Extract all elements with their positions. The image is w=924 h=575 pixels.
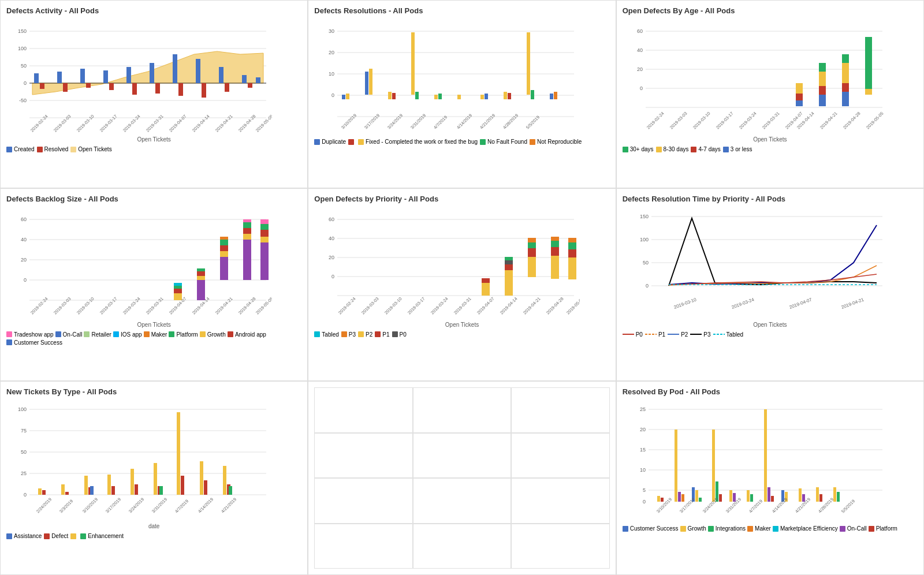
panel-title-new-tickets-type: New Tickets By Type - All Pods: [6, 387, 301, 396]
svg-rect-141: [260, 242, 269, 280]
legend-age: 30+ days 8-30 days 4-7 days 3 or less: [623, 146, 918, 152]
svg-text:2019-03-24: 2019-03-24: [430, 296, 449, 315]
svg-text:-50: -50: [19, 98, 27, 103]
svg-rect-29: [178, 83, 183, 96]
svg-text:5: 5: [643, 487, 646, 493]
svg-rect-18: [173, 54, 177, 83]
svg-rect-71: [554, 92, 557, 99]
svg-text:2019-05-05: 2019-05-05: [255, 296, 272, 315]
svg-rect-173: [528, 248, 536, 257]
chart-defects-resolutions: 30 20 10 0: [314, 20, 609, 135]
svg-text:3/24/2019: 3/24/2019: [702, 497, 719, 514]
chart-new-tickets-type: 100 75 50 25 0: [6, 401, 301, 522]
svg-text:2/24/2019: 2/24/2019: [35, 497, 53, 514]
svg-text:0: 0: [331, 274, 334, 279]
svg-rect-59: [411, 32, 415, 95]
chart-resolved-by-pod: 25 20 15 10 5 0: [623, 401, 918, 522]
svg-rect-140: [243, 219, 251, 222]
svg-rect-178: [551, 241, 559, 247]
legend-resolution-time: P0 P1 P2 P3 Tabled: [623, 331, 918, 338]
svg-text:40: 40: [329, 236, 334, 241]
panel-title-defects-backlog: Defects Backlog Size - All Pods: [6, 195, 301, 203]
svg-rect-142: [260, 237, 269, 242]
svg-text:40: 40: [637, 47, 643, 53]
svg-rect-222: [38, 488, 42, 495]
svg-rect-137: [243, 234, 251, 240]
svg-rect-94: [819, 86, 826, 95]
x-axis-label-age: Open Tickets: [623, 136, 918, 143]
svg-rect-127: [197, 280, 205, 300]
svg-rect-91: [796, 94, 803, 100]
svg-rect-269: [695, 490, 698, 502]
svg-text:2019-03-03: 2019-03-03: [360, 296, 379, 315]
svg-rect-30: [202, 83, 206, 98]
svg-text:50: 50: [643, 260, 649, 266]
svg-rect-145: [260, 219, 269, 224]
svg-text:10: 10: [640, 467, 646, 473]
svg-rect-20: [219, 67, 223, 83]
svg-rect-238: [200, 461, 203, 495]
svg-rect-231: [131, 469, 134, 495]
svg-text:3/10/2019: 3/10/2019: [81, 497, 99, 514]
svg-rect-285: [816, 487, 819, 502]
x-axis-label-resolution-time: Open Tickets: [623, 322, 918, 328]
svg-rect-54: [346, 94, 349, 99]
svg-rect-23: [40, 83, 44, 89]
svg-text:50: 50: [21, 63, 27, 69]
svg-rect-22: [256, 77, 260, 83]
svg-rect-136: [243, 240, 251, 280]
panel-defects-resolutions: Defects Resolutions - All Pods 30 20 10 …: [308, 0, 616, 188]
svg-text:2019-02-24: 2019-02-24: [646, 111, 665, 130]
svg-rect-138: [243, 228, 251, 234]
svg-text:150: 150: [640, 214, 649, 219]
svg-text:2019-03-10: 2019-03-10: [383, 296, 403, 315]
svg-text:2019-04-21: 2019-04-21: [522, 296, 541, 315]
svg-text:60: 60: [329, 216, 334, 222]
svg-rect-58: [392, 93, 396, 99]
svg-rect-27: [132, 83, 137, 95]
svg-rect-277: [750, 494, 753, 502]
svg-text:2019-04-07: 2019-04-07: [788, 297, 813, 310]
svg-text:60: 60: [21, 216, 27, 222]
svg-text:5/5/2019: 5/5/2019: [840, 499, 856, 514]
svg-text:2019-03-17: 2019-03-17: [99, 296, 118, 315]
svg-rect-172: [528, 257, 536, 277]
svg-new-tickets-type: 100 75 50 25 0: [6, 401, 272, 522]
svg-text:2019-02-24: 2019-02-24: [29, 296, 49, 315]
svg-defects-resolution-time: 150 100 50 0 2019-03-10 2019-03-24 2019-…: [623, 208, 888, 320]
svg-rect-143: [260, 230, 269, 237]
svg-rect-279: [767, 487, 770, 502]
svg-text:3/17/2019: 3/17/2019: [105, 497, 122, 514]
svg-text:2019-05-05: 2019-05-05: [865, 111, 884, 130]
svg-rect-288: [837, 492, 840, 502]
svg-text:100: 100: [18, 406, 27, 412]
svg-text:2019-03-03: 2019-03-03: [669, 111, 688, 130]
svg-rect-179: [551, 237, 559, 241]
svg-text:2019-03-24: 2019-03-24: [122, 114, 141, 133]
svg-text:2019-04-21: 2019-04-21: [840, 297, 865, 310]
svg-text:2019-03-31: 2019-03-31: [145, 296, 164, 315]
svg-rect-235: [159, 486, 163, 495]
panel-title-defects-activity: Defects Activity - All Pods: [6, 6, 301, 15]
svg-rect-237: [181, 476, 184, 495]
svg-rect-28: [155, 83, 160, 94]
svg-rect-166: [482, 283, 490, 296]
svg-text:75: 75: [21, 428, 27, 434]
svg-rect-128: [197, 276, 205, 280]
svg-text:2019-04-28: 2019-04-28: [237, 114, 256, 133]
svg-rect-93: [819, 95, 826, 106]
svg-text:2019-04-14: 2019-04-14: [191, 114, 210, 133]
panel-empty: [308, 381, 616, 575]
svg-rect-126: [174, 283, 182, 286]
svg-text:3/24/2019: 3/24/2019: [386, 113, 404, 130]
svg-rect-96: [819, 63, 826, 72]
svg-rect-266: [678, 492, 681, 502]
svg-text:4/14/2019: 4/14/2019: [456, 113, 473, 130]
svg-rect-167: [482, 278, 490, 283]
svg-text:0: 0: [331, 92, 334, 98]
svg-rect-66: [504, 92, 507, 99]
svg-text:2019-03-03: 2019-03-03: [53, 114, 72, 133]
svg-text:4/28/2019: 4/28/2019: [502, 113, 519, 130]
svg-text:2019-02-24: 2019-02-24: [337, 296, 356, 315]
svg-rect-233: [154, 463, 157, 495]
